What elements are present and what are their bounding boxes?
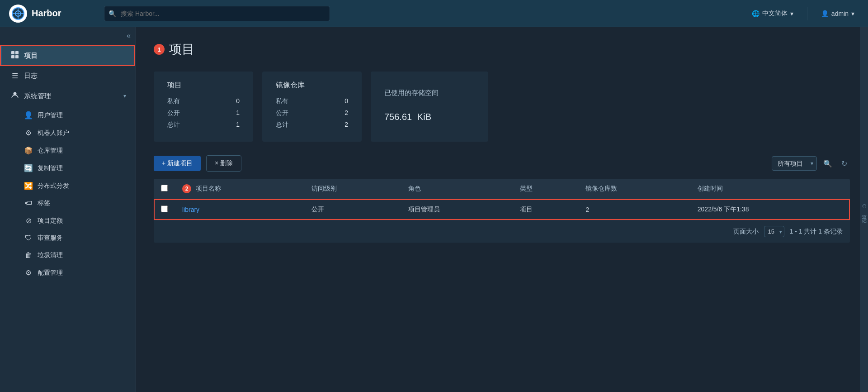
page-size-select[interactable]: 15 25 50 bbox=[764, 226, 784, 237]
page-title-row: 1 项目 bbox=[154, 41, 850, 58]
page-size-label: 页面大小 bbox=[733, 228, 759, 236]
project-name-link[interactable]: library bbox=[182, 206, 199, 213]
replication-label: 复制管理 bbox=[38, 164, 63, 172]
repos-stat-card: 镜像仓库 私有 0 公开 2 总计 2 bbox=[262, 72, 362, 142]
projects-total-row: 总计 1 bbox=[167, 121, 240, 129]
projects-stat-title: 项目 bbox=[167, 81, 240, 90]
refresh-icon: ↻ bbox=[841, 160, 847, 167]
projects-stat-card: 项目 私有 0 公开 1 总计 1 bbox=[154, 72, 253, 142]
sidebar-item-logs[interactable]: ☰ 日志 bbox=[0, 66, 135, 86]
main-layout: « 项目 ☰ 日志 bbox=[0, 27, 868, 392]
svg-rect-5 bbox=[15, 51, 19, 54]
projects-icon bbox=[10, 51, 19, 61]
row-type-cell: 项目 bbox=[513, 199, 579, 220]
user-icon: 👤 bbox=[821, 10, 829, 17]
user-mgmt-label: 用户管理 bbox=[38, 111, 63, 120]
page-title: 项目 bbox=[169, 41, 194, 58]
topnav-right: 🌐 中文简体 ▾ 👤 admin ▾ bbox=[747, 7, 859, 20]
projects-public-value: 1 bbox=[236, 109, 240, 117]
pagination: 页面大小 15 25 50 1 - 1 共计 1 条记录 bbox=[154, 220, 850, 243]
new-project-button[interactable]: + 新建项目 bbox=[154, 156, 201, 171]
table-row: library 公开 项目管理员 项目 2 2022/5/6 下午1:38 bbox=[154, 199, 850, 220]
storage-stat-title: 已使用的存储空间 bbox=[384, 89, 475, 97]
col-access-header: 访问级别 bbox=[304, 179, 401, 199]
projects-public-row: 公开 1 bbox=[167, 109, 240, 117]
logo[interactable]: Harbor bbox=[9, 5, 90, 23]
svg-rect-7 bbox=[15, 55, 19, 58]
sidebar-item-warehouse[interactable]: 📦 仓库管理 bbox=[18, 142, 135, 159]
search-bar[interactable]: 🔍 bbox=[104, 6, 330, 21]
tags-label: 标签 bbox=[38, 199, 50, 207]
language-label: 中文简体 bbox=[762, 10, 788, 18]
search-table-button[interactable]: 🔍 bbox=[821, 157, 835, 171]
svg-rect-4 bbox=[11, 51, 14, 54]
gc-label: 垃圾清理 bbox=[38, 251, 63, 259]
sidebar-item-distribution[interactable]: 🔀 分布式分发 bbox=[18, 177, 135, 195]
sidebar-collapse-btn[interactable]: « bbox=[127, 32, 131, 40]
sidebar-item-quota[interactable]: ⊘ 项目定额 bbox=[18, 212, 135, 229]
delete-button[interactable]: × 删除 bbox=[206, 155, 241, 172]
right-sidebar-peek[interactable]: C 笔 记 bbox=[860, 27, 868, 392]
robot-icon: ⚙ bbox=[24, 129, 33, 137]
user-menu[interactable]: 👤 admin ▾ bbox=[816, 7, 859, 20]
audit-icon: 🛡 bbox=[24, 234, 33, 242]
warehouse-icon: 📦 bbox=[24, 146, 33, 155]
sidebar-item-tags[interactable]: 🏷 标签 bbox=[18, 195, 135, 212]
user-chevron-icon: ▾ bbox=[851, 10, 854, 17]
distribution-icon: 🔀 bbox=[24, 182, 33, 190]
repos-total-label: 总计 bbox=[276, 121, 288, 129]
row-role-cell: 项目管理员 bbox=[401, 199, 513, 220]
sidebar-item-user-mgmt[interactable]: 👤 用户管理 bbox=[18, 106, 135, 124]
topnav: Harbor 🔍 🌐 中文简体 ▾ 👤 admin ▾ bbox=[0, 0, 868, 27]
table-header-row: 2 项目名称 访问级别 角色 类型 镜像仓库数 创建时间 bbox=[154, 179, 850, 199]
repos-total-value: 2 bbox=[344, 121, 348, 129]
app-name: Harbor bbox=[32, 8, 61, 19]
logs-icon: ☰ bbox=[10, 72, 19, 80]
col-created-header: 创建时间 bbox=[690, 179, 850, 199]
sidebar-item-config[interactable]: ⚙ 配置管理 bbox=[18, 264, 135, 282]
search-input[interactable] bbox=[104, 6, 330, 21]
quota-icon: ⊘ bbox=[24, 216, 33, 225]
sidebar-item-gc[interactable]: 🗑 垃圾清理 bbox=[18, 247, 135, 264]
col-repo-count-header: 镜像仓库数 bbox=[578, 179, 690, 199]
select-all-checkbox[interactable] bbox=[161, 185, 168, 191]
storage-number: 756.61 bbox=[384, 112, 412, 122]
repos-public-value: 2 bbox=[344, 109, 348, 117]
warehouse-label: 仓库管理 bbox=[38, 147, 63, 155]
row-checkbox[interactable] bbox=[161, 206, 168, 212]
pagination-info: 1 - 1 共计 1 条记录 bbox=[790, 228, 843, 236]
sidebar-item-audit[interactable]: 🛡 审查服务 bbox=[18, 229, 135, 247]
sidebar-sysadmin-label: 系统管理 bbox=[24, 92, 51, 100]
filter-select-wrap: 所有项目 私有 公开 bbox=[772, 156, 817, 171]
row-repo-count-cell: 2 bbox=[578, 199, 690, 220]
config-icon: ⚙ bbox=[24, 268, 33, 277]
projects-public-label: 公开 bbox=[167, 109, 180, 117]
language-selector[interactable]: 🌐 中文简体 ▾ bbox=[747, 7, 798, 20]
config-label: 配置管理 bbox=[38, 269, 63, 277]
toolbar-right: 所有项目 私有 公开 🔍 ↻ bbox=[772, 156, 850, 171]
col-type-header: 类型 bbox=[513, 179, 579, 199]
filter-select[interactable]: 所有项目 私有 公开 bbox=[772, 156, 817, 171]
gc-icon: 🗑 bbox=[24, 251, 33, 259]
search-table-icon: 🔍 bbox=[823, 160, 832, 167]
sidebar-item-replication[interactable]: 🔄 复制管理 bbox=[18, 159, 135, 177]
search-icon: 🔍 bbox=[108, 10, 116, 17]
sidebar-item-robot-accounts[interactable]: ⚙ 机器人账户 bbox=[18, 124, 135, 142]
storage-unit: KiB bbox=[417, 112, 431, 122]
sidebar-item-sysadmin[interactable]: 系统管理 ▾ bbox=[0, 86, 135, 106]
user-label: admin bbox=[831, 10, 849, 17]
projects-private-label: 私有 bbox=[167, 97, 180, 105]
col-name-header: 2 项目名称 bbox=[175, 179, 304, 199]
refresh-button[interactable]: ↻ bbox=[839, 157, 850, 171]
row-checkbox-cell bbox=[154, 199, 175, 220]
projects-total-label: 总计 bbox=[167, 121, 180, 129]
robot-label: 机器人账户 bbox=[38, 129, 69, 137]
audit-label: 审查服务 bbox=[38, 234, 63, 242]
storage-stat-value: 756.61 KiB bbox=[384, 103, 475, 124]
projects-private-row: 私有 0 bbox=[167, 97, 240, 105]
sysadmin-chevron-icon: ▾ bbox=[123, 93, 126, 99]
col-checkbox bbox=[154, 179, 175, 199]
storage-stat-card: 已使用的存储空间 756.61 KiB bbox=[371, 72, 488, 142]
svg-rect-6 bbox=[11, 55, 14, 58]
sidebar-item-projects[interactable]: 项目 bbox=[0, 45, 135, 66]
